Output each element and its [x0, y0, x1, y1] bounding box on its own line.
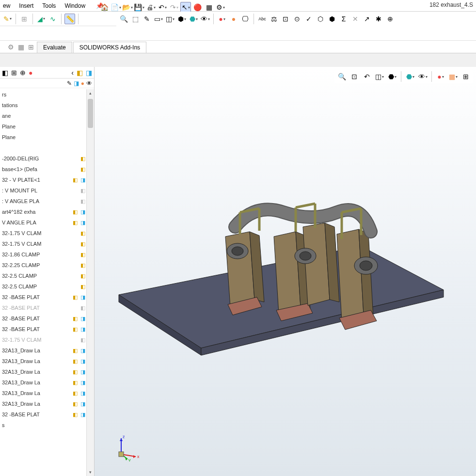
menu-tools[interactable]: Tools — [42, 2, 56, 9]
tree-item[interactable]: 32 - V PLATE<1 — [0, 175, 94, 185]
view-triad[interactable]: x y z — [114, 432, 143, 461]
cm-icon3[interactable]: ⊞ — [28, 43, 34, 51]
undo-icon[interactable]: ↶ — [157, 2, 168, 13]
tree-item[interactable]: 32A13_Draw La — [0, 356, 94, 366]
tree-hdr-cube2-icon[interactable]: ◨ — [86, 69, 92, 77]
tree-item[interactable]: ane — [0, 111, 94, 121]
feature-tree[interactable]: rstationsanePlanePlane-2000-DEL(RIGbase<… — [0, 89, 94, 476]
tree-tab2-icon[interactable]: ⊞ — [11, 69, 17, 77]
tool-i-icon[interactable]: ⊕ — [385, 14, 396, 24]
feature1-icon[interactable]: 🔍 — [118, 14, 129, 24]
tool-b-icon[interactable]: ⊙ — [292, 14, 302, 24]
scroll-up-icon[interactable]: ▴ — [87, 89, 94, 97]
tree-item[interactable]: 32 -BASE PLAT — [0, 292, 94, 302]
sub-eye-icon[interactable]: 👁 — [86, 80, 92, 87]
chevron-left-icon[interactable]: ‹ — [71, 69, 74, 77]
zoom-area-icon[interactable]: ⊡ — [349, 71, 360, 82]
cm-icon2[interactable]: ▦ — [18, 43, 24, 51]
tree-item[interactable]: s — [0, 420, 94, 430]
tree-item[interactable]: -2000-DEL(RIG — [0, 153, 94, 164]
feature7-icon[interactable]: ⬣ — [188, 14, 199, 24]
tab-evaluate[interactable]: Evaluate — [37, 42, 72, 53]
display-style-icon[interactable]: ⬣ — [404, 71, 416, 82]
options-panel-icon[interactable]: ▦ — [204, 2, 214, 13]
tree-item[interactable]: 32A13_Draw La — [0, 345, 94, 356]
select-cursor-icon[interactable]: ↖ — [180, 2, 191, 13]
tree-tab1-icon[interactable]: ◧ — [2, 69, 8, 77]
tree-item[interactable]: 32A13_Draw La — [0, 377, 94, 388]
tree-item[interactable]: 32 -BASE PLAT — [0, 302, 94, 313]
tree-item[interactable]: 32A13_Draw La — [0, 398, 94, 409]
print-icon[interactable]: 🖨 — [145, 2, 156, 13]
save-icon[interactable]: 💾 — [134, 2, 144, 13]
tree-item[interactable]: : V MOUNT PL — [0, 185, 94, 196]
feature2-icon[interactable]: ⬚ — [130, 14, 141, 24]
measure-icon[interactable]: 📏 — [64, 14, 75, 24]
balance-icon[interactable]: ⚖ — [269, 14, 279, 24]
tree-item[interactable]: Plane — [0, 121, 94, 132]
tree-item[interactable]: 32A13_Draw La — [0, 388, 94, 398]
menu-window[interactable]: Window — [64, 2, 85, 9]
prev-view-icon[interactable]: ↶ — [361, 71, 373, 82]
tool-g-icon[interactable]: ↗ — [362, 14, 372, 24]
feature5-icon[interactable]: ◫ — [165, 14, 175, 24]
pencil-icon[interactable]: ✎ — [67, 80, 72, 87]
section-view-icon[interactable]: ◫ — [374, 71, 385, 82]
tree-tab3-icon[interactable]: ⊕ — [20, 69, 26, 77]
feature6-icon[interactable]: ⬢ — [176, 14, 187, 24]
tree-item[interactable]: 32 -BASE PLAT — [0, 409, 94, 420]
tree-item[interactable]: tations — [0, 100, 94, 111]
display-icon[interactable]: 🖵 — [240, 14, 251, 24]
tree-item[interactable]: 32-1.86 CLAMP — [0, 249, 94, 260]
tree-item[interactable]: 32-2.5 CLAMP — [0, 281, 94, 292]
tree-tab4-icon[interactable]: ● — [29, 69, 32, 77]
tree-item[interactable]: 32-1.75 V CLAM — [0, 334, 94, 345]
tool-d-icon[interactable]: ⬡ — [315, 14, 326, 24]
tree-item[interactable]: Plane — [0, 132, 94, 143]
rebuild-icon[interactable]: 🔴 — [192, 2, 203, 13]
tree-item[interactable]: 32A13_Draw La — [0, 366, 94, 377]
sketch-icon[interactable]: ◢ — [36, 14, 47, 24]
tab-addins[interactable]: SOLIDWORKS Add-Ins — [73, 42, 146, 53]
edit-component-icon[interactable]: ✎ — [2, 14, 13, 24]
tree-item[interactable]: rs — [0, 89, 94, 100]
feature4-icon[interactable]: ▭ — [153, 14, 164, 24]
cm-icon1[interactable]: ⚙ — [8, 43, 14, 51]
menu-insert[interactable]: Insert — [19, 2, 33, 9]
tree-item[interactable]: 32-2.25 CLAMP — [0, 260, 94, 270]
scroll-down-icon[interactable]: ▾ — [87, 468, 94, 476]
tool-f-icon[interactable]: ✕ — [350, 14, 361, 24]
curve-icon[interactable]: ∿ — [48, 14, 58, 24]
pattern-icon[interactable]: ⊞ — [19, 14, 30, 24]
tree-item[interactable] — [0, 143, 94, 153]
apply-scene-icon[interactable]: ▦ — [447, 71, 459, 82]
tree-item[interactable]: 32 -BASE PLAT — [0, 313, 94, 324]
gear-icon[interactable]: ⚙ — [215, 2, 226, 13]
tree-item[interactable]: art4^182 exha — [0, 206, 94, 217]
abc-icon[interactable]: Abc — [257, 14, 268, 24]
sigma-icon[interactable]: Σ — [338, 14, 349, 24]
appearance2-icon[interactable]: ● — [228, 14, 239, 24]
hide-show-icon[interactable]: 👁 — [200, 14, 210, 24]
appearance1-icon[interactable]: ● — [217, 14, 227, 24]
zoom-fit-icon[interactable]: 🔍 — [336, 71, 348, 82]
tree-hdr-cube1-icon[interactable]: ◧ — [77, 69, 83, 77]
menu-view[interactable]: ew — [3, 2, 10, 9]
tree-item[interactable]: V ANGLE PLA — [0, 217, 94, 228]
view-orient-icon[interactable]: ⬣ — [386, 71, 398, 82]
tree-item[interactable]: 32-1.75 V CLAM — [0, 228, 94, 238]
tool-e-icon[interactable]: ⬢ — [327, 14, 337, 24]
scroll-thumb[interactable] — [88, 99, 93, 128]
tree-item[interactable]: : V ANGLE PLA — [0, 196, 94, 206]
sub-cube2-icon[interactable]: ● — [81, 80, 84, 87]
home-icon[interactable]: 🏠 — [99, 2, 110, 13]
tool-a-icon[interactable]: ⊡ — [280, 14, 291, 24]
tree-scrollbar[interactable]: ▴ ▾ — [86, 89, 94, 476]
tree-item[interactable]: 32-2.5 CLAMP — [0, 270, 94, 281]
sub-cube1-icon[interactable]: ◨ — [74, 80, 79, 87]
graphics-viewport[interactable]: 🔍 ⊡ ↶ ◫ ⬣ ⬣ 👁 ● ▦ ⊞ — [95, 67, 476, 476]
open-icon[interactable]: 📂 — [122, 2, 133, 13]
tree-item[interactable]: 32-1.75 V CLAM — [0, 238, 94, 249]
redo-icon[interactable]: ↷ — [169, 2, 179, 13]
tree-item[interactable]: base<1> (Defa — [0, 164, 94, 175]
